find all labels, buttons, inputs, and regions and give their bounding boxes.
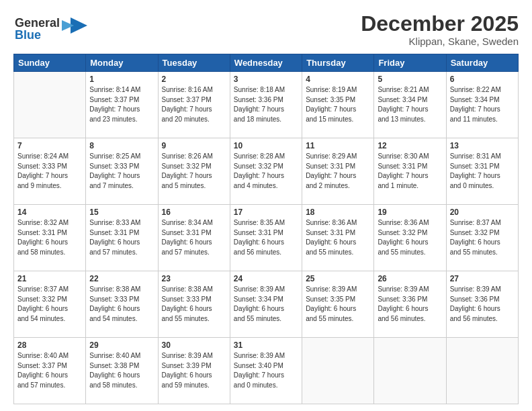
day-number: 7 bbox=[17, 141, 82, 150]
calendar-cell: 23Sunrise: 8:38 AM Sunset: 3:33 PM Dayli… bbox=[158, 271, 230, 338]
day-number: 9 bbox=[162, 141, 226, 150]
calendar-cell: 6Sunrise: 8:22 AM Sunset: 3:34 PM Daylig… bbox=[446, 72, 518, 138]
day-number: 12 bbox=[378, 141, 442, 150]
day-info: Sunrise: 8:21 AM Sunset: 3:34 PM Dayligh… bbox=[378, 85, 442, 124]
day-number: 28 bbox=[17, 340, 82, 350]
day-number: 18 bbox=[306, 208, 370, 217]
day-info: Sunrise: 8:26 AM Sunset: 3:32 PM Dayligh… bbox=[162, 152, 226, 191]
day-info: Sunrise: 8:34 AM Sunset: 3:31 PM Dayligh… bbox=[162, 218, 226, 257]
title-block: December 2025 Klippan, Skane, Sweden bbox=[361, 12, 519, 47]
day-number: 24 bbox=[234, 274, 298, 283]
day-number: 3 bbox=[234, 75, 298, 84]
weekday-header-sunday: Sunday bbox=[14, 54, 86, 72]
calendar-cell: 24Sunrise: 8:39 AM Sunset: 3:34 PM Dayli… bbox=[230, 271, 302, 338]
day-number: 14 bbox=[17, 208, 82, 217]
day-info: Sunrise: 8:35 AM Sunset: 3:31 PM Dayligh… bbox=[234, 218, 298, 257]
calendar-cell: 31Sunrise: 8:39 AM Sunset: 3:40 PM Dayli… bbox=[230, 338, 302, 404]
day-info: Sunrise: 8:22 AM Sunset: 3:34 PM Dayligh… bbox=[450, 85, 515, 124]
day-info: Sunrise: 8:37 AM Sunset: 3:32 PM Dayligh… bbox=[17, 285, 82, 324]
weekday-header-thursday: Thursday bbox=[302, 54, 374, 72]
calendar-cell: 26Sunrise: 8:39 AM Sunset: 3:36 PM Dayli… bbox=[374, 271, 446, 338]
day-number: 8 bbox=[89, 141, 154, 150]
calendar-table: SundayMondayTuesdayWednesdayThursdayFrid… bbox=[13, 54, 519, 404]
day-number: 10 bbox=[234, 141, 298, 150]
calendar-cell bbox=[14, 72, 86, 138]
day-info: Sunrise: 8:24 AM Sunset: 3:33 PM Dayligh… bbox=[17, 152, 82, 191]
location-subtitle: Klippan, Skane, Sweden bbox=[361, 36, 519, 47]
day-info: Sunrise: 8:39 AM Sunset: 3:36 PM Dayligh… bbox=[378, 285, 442, 324]
day-number: 25 bbox=[306, 274, 370, 283]
calendar-cell: 7Sunrise: 8:24 AM Sunset: 3:33 PM Daylig… bbox=[14, 138, 86, 205]
calendar-cell: 12Sunrise: 8:30 AM Sunset: 3:31 PM Dayli… bbox=[374, 138, 446, 205]
day-number: 22 bbox=[89, 274, 154, 283]
calendar-cell: 5Sunrise: 8:21 AM Sunset: 3:34 PM Daylig… bbox=[374, 72, 446, 138]
day-info: Sunrise: 8:16 AM Sunset: 3:37 PM Dayligh… bbox=[162, 85, 226, 124]
day-number: 23 bbox=[162, 274, 226, 283]
weekday-header-wednesday: Wednesday bbox=[230, 54, 302, 72]
calendar-cell bbox=[374, 338, 446, 404]
day-info: Sunrise: 8:28 AM Sunset: 3:32 PM Dayligh… bbox=[234, 152, 298, 191]
day-number: 19 bbox=[378, 208, 442, 217]
calendar-cell: 22Sunrise: 8:38 AM Sunset: 3:33 PM Dayli… bbox=[86, 271, 158, 338]
day-number: 27 bbox=[450, 274, 515, 283]
calendar-cell: 10Sunrise: 8:28 AM Sunset: 3:32 PM Dayli… bbox=[230, 138, 302, 205]
calendar-cell: 18Sunrise: 8:36 AM Sunset: 3:31 PM Dayli… bbox=[302, 205, 374, 271]
weekday-header-row: SundayMondayTuesdayWednesdayThursdayFrid… bbox=[14, 54, 519, 72]
day-info: Sunrise: 8:25 AM Sunset: 3:33 PM Dayligh… bbox=[89, 152, 154, 191]
day-info: Sunrise: 8:36 AM Sunset: 3:31 PM Dayligh… bbox=[306, 218, 370, 257]
day-info: Sunrise: 8:39 AM Sunset: 3:35 PM Dayligh… bbox=[306, 285, 370, 324]
day-info: Sunrise: 8:32 AM Sunset: 3:31 PM Dayligh… bbox=[17, 218, 82, 257]
day-number: 26 bbox=[378, 274, 442, 283]
week-row-3: 14Sunrise: 8:32 AM Sunset: 3:31 PM Dayli… bbox=[14, 205, 519, 271]
svg-text:General: General bbox=[15, 16, 60, 30]
calendar-cell: 25Sunrise: 8:39 AM Sunset: 3:35 PM Dayli… bbox=[302, 271, 374, 338]
day-number: 1 bbox=[89, 75, 154, 84]
weekday-header-monday: Monday bbox=[86, 54, 158, 72]
day-info: Sunrise: 8:37 AM Sunset: 3:32 PM Dayligh… bbox=[450, 218, 515, 257]
day-info: Sunrise: 8:30 AM Sunset: 3:31 PM Dayligh… bbox=[378, 152, 442, 191]
week-row-5: 28Sunrise: 8:40 AM Sunset: 3:37 PM Dayli… bbox=[14, 338, 519, 404]
day-number: 11 bbox=[306, 141, 370, 150]
day-number: 17 bbox=[234, 208, 298, 217]
day-info: Sunrise: 8:39 AM Sunset: 3:36 PM Dayligh… bbox=[450, 285, 515, 324]
calendar-cell: 9Sunrise: 8:26 AM Sunset: 3:32 PM Daylig… bbox=[158, 138, 230, 205]
day-number: 13 bbox=[450, 141, 515, 150]
calendar-cell: 8Sunrise: 8:25 AM Sunset: 3:33 PM Daylig… bbox=[86, 138, 158, 205]
day-info: Sunrise: 8:39 AM Sunset: 3:39 PM Dayligh… bbox=[162, 351, 226, 390]
calendar-cell bbox=[302, 338, 374, 404]
logo: General Blue bbox=[13, 12, 87, 47]
day-number: 31 bbox=[234, 340, 298, 350]
calendar-cell: 3Sunrise: 8:18 AM Sunset: 3:36 PM Daylig… bbox=[230, 72, 302, 138]
calendar-cell: 21Sunrise: 8:37 AM Sunset: 3:32 PM Dayli… bbox=[14, 271, 86, 338]
calendar-cell: 16Sunrise: 8:34 AM Sunset: 3:31 PM Dayli… bbox=[158, 205, 230, 271]
day-number: 6 bbox=[450, 75, 515, 84]
calendar-cell: 28Sunrise: 8:40 AM Sunset: 3:37 PM Dayli… bbox=[14, 338, 86, 404]
day-number: 21 bbox=[17, 274, 82, 283]
day-info: Sunrise: 8:39 AM Sunset: 3:34 PM Dayligh… bbox=[234, 285, 298, 324]
weekday-header-friday: Friday bbox=[374, 54, 446, 72]
day-number: 15 bbox=[89, 208, 154, 217]
calendar-cell: 29Sunrise: 8:40 AM Sunset: 3:38 PM Dayli… bbox=[86, 338, 158, 404]
day-number: 30 bbox=[162, 340, 226, 350]
calendar-cell: 4Sunrise: 8:19 AM Sunset: 3:35 PM Daylig… bbox=[302, 72, 374, 138]
day-info: Sunrise: 8:18 AM Sunset: 3:36 PM Dayligh… bbox=[234, 85, 298, 124]
page: General Blue December 2025 Klippan, Skan… bbox=[0, 0, 532, 411]
day-info: Sunrise: 8:38 AM Sunset: 3:33 PM Dayligh… bbox=[162, 285, 226, 324]
month-title: December 2025 bbox=[361, 12, 519, 36]
week-row-4: 21Sunrise: 8:37 AM Sunset: 3:32 PM Dayli… bbox=[14, 271, 519, 338]
week-row-1: 1Sunrise: 8:14 AM Sunset: 3:37 PM Daylig… bbox=[14, 72, 519, 138]
day-info: Sunrise: 8:40 AM Sunset: 3:37 PM Dayligh… bbox=[17, 351, 82, 390]
header: General Blue December 2025 Klippan, Skan… bbox=[13, 12, 519, 47]
calendar-cell: 30Sunrise: 8:39 AM Sunset: 3:39 PM Dayli… bbox=[158, 338, 230, 404]
calendar-cell: 13Sunrise: 8:31 AM Sunset: 3:31 PM Dayli… bbox=[446, 138, 518, 205]
calendar-cell: 14Sunrise: 8:32 AM Sunset: 3:31 PM Dayli… bbox=[14, 205, 86, 271]
calendar-cell: 2Sunrise: 8:16 AM Sunset: 3:37 PM Daylig… bbox=[158, 72, 230, 138]
calendar-cell: 15Sunrise: 8:33 AM Sunset: 3:31 PM Dayli… bbox=[86, 205, 158, 271]
weekday-header-tuesday: Tuesday bbox=[158, 54, 230, 72]
svg-text:Blue: Blue bbox=[15, 28, 41, 42]
calendar-cell: 19Sunrise: 8:36 AM Sunset: 3:32 PM Dayli… bbox=[374, 205, 446, 271]
calendar-cell: 11Sunrise: 8:29 AM Sunset: 3:31 PM Dayli… bbox=[302, 138, 374, 205]
day-info: Sunrise: 8:36 AM Sunset: 3:32 PM Dayligh… bbox=[378, 218, 442, 257]
day-info: Sunrise: 8:19 AM Sunset: 3:35 PM Dayligh… bbox=[306, 85, 370, 124]
day-number: 4 bbox=[306, 75, 370, 84]
